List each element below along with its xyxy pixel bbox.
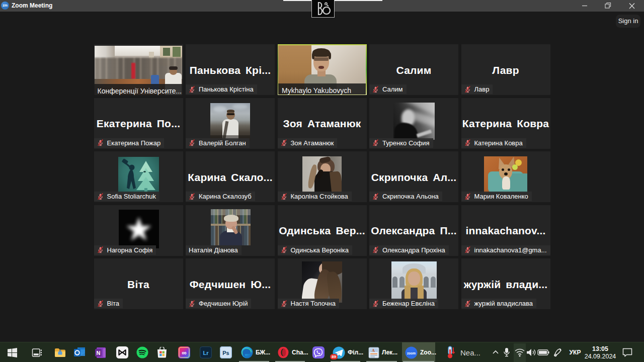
svg-text:zoom: zoom (407, 351, 416, 354)
svg-text:Lr: Lr (203, 350, 209, 356)
svg-text:∞: ∞ (182, 349, 186, 356)
svg-text:Ps: Ps (222, 350, 229, 356)
svg-text:N: N (96, 350, 100, 356)
svg-text:A: A (372, 348, 375, 352)
